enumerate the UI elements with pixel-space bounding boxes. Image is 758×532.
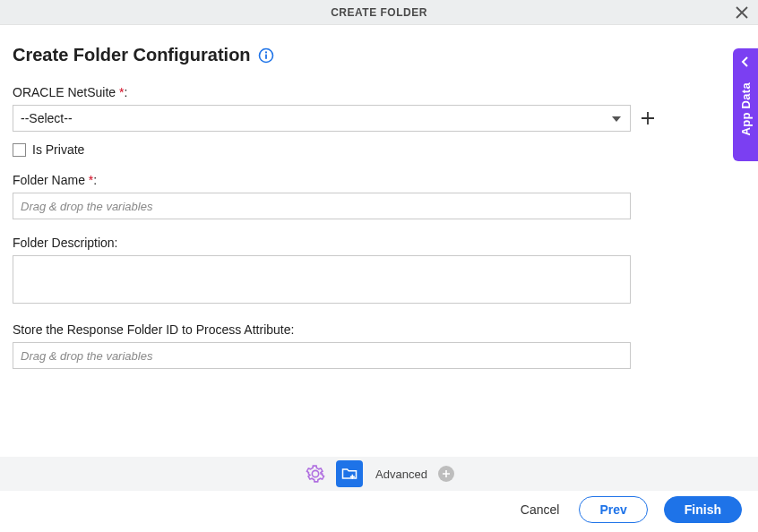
- oracle-netsuite-select[interactable]: --Select--: [13, 105, 631, 132]
- svg-point-1: [264, 51, 266, 53]
- oracle-netsuite-selected-value: --Select--: [21, 111, 73, 125]
- page-title-row: Create Folder Configuration: [13, 45, 745, 65]
- settings-button[interactable]: [304, 462, 327, 485]
- folder-name-label-text: Folder Name: [13, 173, 89, 187]
- folder-name-input[interactable]: [13, 193, 631, 219]
- footer-toolbar: Advanced: [0, 457, 758, 491]
- dialog-window: CREATE FOLDER Create Folder Configuratio…: [0, 0, 758, 532]
- app-data-label: App Data: [739, 82, 753, 135]
- folder-add-button[interactable]: [336, 460, 363, 487]
- folder-description-input[interactable]: [13, 255, 631, 304]
- folder-name-label: Folder Name *:: [13, 173, 643, 187]
- is-private-checkbox[interactable]: [13, 143, 26, 157]
- titlebar-title: CREATE FOLDER: [331, 6, 427, 19]
- oracle-netsuite-label: ORACLE NetSuite *:: [13, 85, 643, 99]
- svg-rect-2: [265, 54, 267, 58]
- store-attribute-input[interactable]: [13, 342, 631, 369]
- info-icon[interactable]: [258, 47, 274, 64]
- advanced-expand-button[interactable]: [438, 466, 454, 482]
- cancel-button[interactable]: Cancel: [517, 497, 564, 522]
- is-private-label: Is Private: [32, 142, 84, 157]
- close-button[interactable]: [731, 2, 753, 23]
- plus-icon: [640, 110, 656, 126]
- folder-add-icon: [340, 465, 358, 483]
- gear-icon: [306, 464, 325, 484]
- field-is-private: Is Private: [13, 142, 745, 157]
- finish-button[interactable]: Finish: [664, 496, 742, 523]
- prev-button[interactable]: Prev: [579, 496, 647, 523]
- titlebar: CREATE FOLDER: [0, 0, 758, 25]
- field-store-attribute: Store the Response Folder ID to Process …: [13, 322, 643, 369]
- oracle-select-row: --Select--: [13, 105, 643, 132]
- dialog-body: Create Folder Configuration ORACLE NetSu…: [0, 25, 758, 369]
- app-data-tab[interactable]: App Data: [733, 48, 758, 161]
- plus-icon: [442, 469, 451, 478]
- add-connection-button[interactable]: [640, 108, 656, 128]
- chevron-left-icon: [740, 56, 751, 70]
- close-icon: [736, 6, 748, 19]
- field-folder-name: Folder Name *:: [13, 173, 643, 219]
- label-colon: :: [93, 173, 97, 187]
- button-row: Cancel Prev Finish: [517, 496, 742, 523]
- advanced-link[interactable]: Advanced: [375, 468, 427, 481]
- store-attribute-label: Store the Response Folder ID to Process …: [13, 322, 643, 337]
- folder-description-label: Folder Description:: [13, 236, 643, 250]
- label-colon: :: [125, 85, 128, 99]
- page-title: Create Folder Configuration: [13, 45, 251, 65]
- field-oracle-netsuite: ORACLE NetSuite *: --Select--: [13, 85, 643, 132]
- field-folder-description: Folder Description:: [13, 236, 643, 306]
- oracle-netsuite-label-text: ORACLE NetSuite: [13, 85, 119, 99]
